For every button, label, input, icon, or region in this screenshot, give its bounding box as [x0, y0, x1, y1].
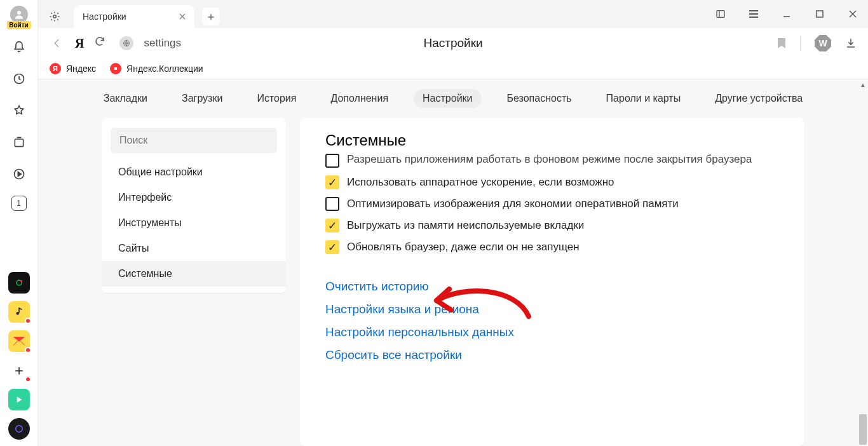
tab-label: Настройки: [83, 11, 126, 22]
extension-w-badge[interactable]: W: [815, 35, 831, 51]
site-info-icon[interactable]: [119, 36, 133, 50]
topnav-downloads[interactable]: Загрузки: [173, 89, 231, 108]
new-tab-button[interactable]: ＋: [202, 8, 220, 25]
url-text[interactable]: settings: [144, 37, 181, 50]
window-minimize-button[interactable]: [778, 5, 796, 23]
app-teal[interactable]: [8, 389, 30, 410]
link-personal-data[interactable]: Настройки персональных данных: [325, 325, 779, 339]
topnav-passwords[interactable]: Пароли и карты: [597, 89, 690, 108]
settings-main-panel: Системные Разрешать приложениям работать…: [300, 118, 804, 446]
bookmark-label: Яндекс.Коллекции: [126, 64, 203, 74]
settings-side-panel: Общие настройки Интерфейс Инструменты Са…: [102, 118, 286, 293]
badge-one-icon[interactable]: 1: [11, 196, 27, 211]
collections-icon[interactable]: [9, 132, 29, 152]
link-clear-history[interactable]: Очистить историю: [325, 280, 779, 294]
home-yandex-button[interactable]: Я: [75, 36, 84, 51]
address-bar: Я settings Настройки W: [38, 28, 868, 58]
checkbox-icon[interactable]: ✓: [325, 175, 339, 189]
topnav-security[interactable]: Безопасность: [498, 89, 581, 108]
bookmark-flag-icon[interactable]: [777, 37, 786, 49]
option-background-apps[interactable]: Разрешать приложениям работать в фоновом…: [325, 154, 779, 168]
option-label: Разрешать приложениям работать в фоновом…: [347, 153, 752, 166]
side-interface[interactable]: Интерфейс: [102, 185, 286, 210]
bookmark-collections-icon: [110, 63, 121, 74]
option-bg-update[interactable]: ✓ Обновлять браузер, даже если он не зап…: [325, 240, 779, 254]
page-title: Настройки: [423, 36, 482, 50]
app-add[interactable]: ＋: [8, 360, 30, 381]
option-label: Оптимизировать изображения для экономии …: [347, 198, 679, 210]
checkbox-icon[interactable]: [325, 197, 339, 211]
option-optimize-images[interactable]: Оптимизировать изображения для экономии …: [325, 197, 779, 211]
settings-search-input[interactable]: [111, 128, 277, 153]
app-camera[interactable]: [8, 272, 30, 294]
back-button[interactable]: [50, 36, 65, 51]
link-reset-settings[interactable]: Сбросить все настройки: [325, 348, 779, 362]
history-icon[interactable]: [9, 69, 29, 89]
settings-top-nav: Закладки Загрузки История Дополнения Нас…: [38, 79, 868, 118]
link-lang-region[interactable]: Настройки языка и региона: [325, 302, 779, 316]
topnav-history[interactable]: История: [248, 89, 305, 108]
svg-rect-2: [15, 139, 23, 147]
option-label: Выгружать из памяти неиспользуемые вклад…: [347, 219, 584, 232]
tab-strip: Настройки ＋: [38, 0, 868, 28]
svg-rect-10: [717, 11, 724, 18]
checkbox-icon[interactable]: [325, 154, 339, 168]
option-unload-tabs[interactable]: ✓ Выгружать из памяти неиспользуемые вкл…: [325, 219, 779, 233]
topnav-bookmarks[interactable]: Закладки: [95, 89, 156, 108]
bookmark-yandex-icon: Я: [50, 63, 61, 74]
app-mail[interactable]: [8, 330, 30, 352]
bookmarks-bar: Я Яндекс Яндекс.Коллекции: [38, 58, 868, 79]
bookmark-collections[interactable]: Яндекс.Коллекции: [110, 63, 203, 74]
svg-rect-11: [817, 11, 823, 17]
main-area: Настройки ＋: [38, 0, 868, 446]
checkbox-icon[interactable]: ✓: [325, 240, 339, 254]
checkbox-icon[interactable]: ✓: [325, 219, 339, 233]
svg-point-0: [17, 11, 21, 15]
star-icon[interactable]: [9, 100, 29, 121]
content-scrollbar[interactable]: ▲: [858, 79, 868, 446]
bell-icon[interactable]: [9, 37, 29, 57]
side-tools[interactable]: Инструменты: [102, 210, 286, 236]
svg-point-9: [53, 15, 57, 18]
tab-close-button[interactable]: [177, 11, 188, 22]
bookmark-yandex[interactable]: Я Яндекс: [50, 63, 96, 74]
app-alice[interactable]: [8, 418, 30, 440]
left-vertical-bar: Войти 1 ＋: [0, 0, 38, 446]
settings-content: Закладки Загрузки История Дополнения Нас…: [38, 79, 868, 446]
reload-button[interactable]: [94, 36, 109, 51]
option-label: Использовать аппаратное ускорение, если …: [347, 176, 614, 189]
topnav-addons[interactable]: Дополнения: [322, 89, 397, 108]
gear-icon[interactable]: [43, 5, 66, 28]
option-label: Обновлять браузер, даже если он не запущ…: [347, 241, 580, 253]
scroll-thumb[interactable]: [859, 414, 867, 445]
sidebar-toggle-icon[interactable]: [712, 5, 729, 23]
avatar-login[interactable]: Войти: [8, 4, 30, 25]
topnav-devices[interactable]: Другие устройства: [706, 89, 811, 108]
window-maximize-button[interactable]: [811, 5, 829, 23]
downloads-icon[interactable]: [845, 37, 857, 49]
scroll-up-icon[interactable]: ▲: [858, 79, 868, 90]
side-sites[interactable]: Сайты: [102, 236, 286, 261]
window-close-button[interactable]: [844, 5, 862, 23]
option-hw-accel[interactable]: ✓ Использовать аппаратное ускорение, есл…: [325, 175, 779, 189]
svg-point-5: [20, 280, 22, 282]
side-system[interactable]: Системные: [102, 261, 286, 287]
side-general[interactable]: Общие настройки: [102, 159, 286, 185]
section-heading: Системные: [300, 118, 804, 156]
tab-settings[interactable]: Настройки: [74, 5, 194, 28]
bookmark-label: Яндекс: [66, 64, 96, 74]
login-badge: Войти: [6, 21, 31, 29]
menu-icon[interactable]: [745, 5, 763, 23]
play-icon[interactable]: [9, 164, 29, 184]
app-music[interactable]: [8, 301, 30, 323]
topnav-settings[interactable]: Настройки: [414, 89, 481, 108]
svg-rect-14: [114, 67, 117, 70]
badge-one-label: 1: [17, 199, 21, 208]
